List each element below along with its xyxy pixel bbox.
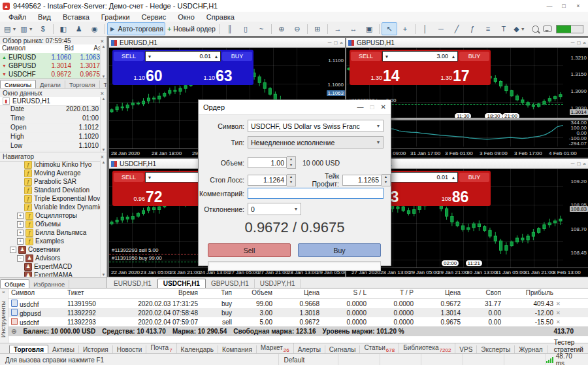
chart-window-titlebar[interactable]: GBPUSD,H1─□× bbox=[346, 38, 588, 48]
chart-tab[interactable]: USDJPY,H1 bbox=[255, 279, 301, 288]
close-icon[interactable]: × bbox=[101, 154, 104, 160]
vertical-line-button[interactable]: │ bbox=[417, 22, 433, 35]
sell-button[interactable]: SELL bbox=[114, 173, 144, 182]
dialog-maximize-button[interactable]: □ bbox=[370, 103, 374, 111]
expand-toggle-icon[interactable]: + bbox=[17, 238, 24, 245]
table-row[interactable]: usdchf113922932020.02.04 07:59:07sell5.0… bbox=[8, 317, 588, 326]
zoom-in-button[interactable]: ⊕ bbox=[274, 22, 289, 35]
chart-tab[interactable]: GBPUSD,H1 bbox=[206, 279, 255, 288]
chart-maximize-button[interactable]: □ bbox=[577, 161, 580, 167]
connection-status[interactable]: 48.70 ms bbox=[546, 353, 588, 365]
menu-item[interactable]: Графики bbox=[95, 13, 136, 21]
menu-item[interactable]: Вид bbox=[32, 13, 57, 21]
time-axis[interactable]: 27 Jan 202028 Jan 13:0029 Jan 05:0029 Ja… bbox=[346, 268, 588, 277]
navigator-item[interactable]: ƒIchimoku Kinko Hyo bbox=[0, 160, 100, 169]
expand-toggle-icon[interactable]: − bbox=[10, 247, 16, 253]
table-row[interactable]: usdchf113919502020.02.03 17:31:25buy99.0… bbox=[8, 299, 588, 308]
market-watch-row[interactable]: ▼USDCHF0.96720.9675 bbox=[0, 70, 106, 78]
buy-button[interactable]: BUY bbox=[459, 52, 489, 61]
price-scale[interactable]: 1.32101.31501.30901.30301.3014 bbox=[564, 48, 588, 118]
chart-maximize-button[interactable]: □ bbox=[577, 40, 580, 46]
chart-window-titlebar[interactable]: EURUSD,H1─□× bbox=[109, 38, 345, 48]
price-scale[interactable]: 109.20108.95108.70108.45108.83 bbox=[564, 169, 588, 268]
volume-input[interactable]: ▼3.00▲ bbox=[382, 51, 458, 61]
market-watch-row[interactable]: ▲EURUSD1.10601.1063 bbox=[0, 53, 106, 61]
expand-toggle-icon[interactable]: − bbox=[17, 255, 24, 262]
column-header[interactable]: Символ bbox=[8, 288, 65, 298]
market-watch-row[interactable]: ▼GBPUSD1.30141.3017 bbox=[0, 61, 106, 70]
history-center-button[interactable]: $ bbox=[35, 22, 51, 35]
deviation-select[interactable]: 0 ▼ bbox=[248, 203, 301, 215]
column-header[interactable]: Тип bbox=[201, 288, 235, 298]
navigator-item[interactable]: −♟Advisors bbox=[0, 254, 100, 262]
window-close-button[interactable]: × bbox=[571, 1, 585, 11]
autotrade-button[interactable]: ►Авто-торговля bbox=[107, 22, 165, 35]
order-dialog-titlebar[interactable]: Ордер — □ ✕ bbox=[199, 100, 391, 114]
search-icon[interactable] bbox=[532, 26, 539, 33]
navigator-item[interactable]: ƒStandard Deviation bbox=[0, 186, 100, 194]
navigator-tab[interactable]: Общие bbox=[0, 279, 29, 288]
navigator-item[interactable]: ♟ExpertMAMA bbox=[0, 271, 100, 277]
menu-item[interactable]: Сервис bbox=[136, 13, 172, 21]
candles-chart-type-button[interactable]: ▯ bbox=[238, 22, 253, 35]
menu-item[interactable]: Справка bbox=[201, 13, 240, 21]
table-row[interactable]: gbpusd113922922020.02.04 07:58:48buy3.00… bbox=[8, 308, 588, 317]
stop-loss-stepper[interactable]: ▲▼ bbox=[287, 174, 296, 186]
market-watch-scrollbar[interactable]: ▲▼ bbox=[100, 44, 106, 78]
navigator-item[interactable]: ƒTriple Exponential Movin bbox=[0, 194, 100, 203]
toolbox-tab[interactable]: Торговля bbox=[9, 345, 48, 354]
navigator-item[interactable]: −♟Советники bbox=[0, 245, 100, 254]
strategy-tester-tab[interactable]: Тестер стратегий bbox=[547, 338, 588, 354]
zoom-out-button[interactable]: ⊖ bbox=[289, 22, 305, 35]
navigator-item[interactable]: ƒParabolic SAR bbox=[0, 177, 100, 186]
symbol-select[interactable]: USDCHF, US Dollar vs Swiss Franc ▼ bbox=[248, 120, 384, 132]
buy-button[interactable]: BUY bbox=[222, 52, 252, 61]
toolbox-tab[interactable]: Почта7 bbox=[146, 343, 176, 354]
text-tool-button[interactable]: T bbox=[496, 22, 512, 35]
close-icon[interactable]: × bbox=[2, 289, 5, 295]
column-header[interactable]: S / L bbox=[322, 288, 369, 298]
dialog-close-button[interactable]: ✕ bbox=[381, 103, 386, 111]
chart-close-button[interactable]: × bbox=[583, 40, 586, 46]
dialog-minimize-button[interactable]: — bbox=[357, 103, 364, 111]
toolbox-tab[interactable]: Статьи678 bbox=[360, 343, 399, 354]
navigator-scrollbar[interactable]: ▲▼ bbox=[100, 160, 106, 277]
menu-item[interactable]: Файл bbox=[3, 13, 32, 21]
chevron-up-icon[interactable]: ▲ bbox=[449, 175, 457, 180]
column-header[interactable]: Цена bbox=[275, 288, 322, 298]
chart-minimize-button[interactable]: ─ bbox=[328, 40, 332, 46]
templates-button[interactable]: ▣ bbox=[361, 22, 377, 35]
column-header[interactable]: Символ bbox=[0, 44, 45, 53]
volume-input[interactable]: ▼0.01▲ bbox=[145, 51, 221, 61]
column-header[interactable]: Цена bbox=[416, 288, 463, 298]
window-maximize-button[interactable]: □ bbox=[557, 1, 571, 11]
comment-input[interactable] bbox=[248, 188, 384, 199]
navigator-toggle-button[interactable]: ♟ bbox=[71, 22, 87, 35]
chart-close-button[interactable]: × bbox=[583, 161, 586, 167]
navigator-item[interactable]: ƒMoving Average bbox=[0, 169, 100, 177]
shapes-button[interactable]: ◆▼ bbox=[512, 22, 527, 35]
navigator-item[interactable]: +ƒОбъемы bbox=[0, 220, 100, 228]
crosshair-button[interactable]: + bbox=[397, 22, 413, 35]
close-position-icon[interactable]: ✕ bbox=[556, 319, 563, 325]
status-profile[interactable]: Default bbox=[279, 354, 338, 365]
chevron-down-icon[interactable]: ▼ bbox=[146, 54, 154, 59]
navigator-item[interactable]: +ƒОсцилляторы bbox=[0, 211, 100, 220]
close-icon[interactable]: × bbox=[101, 90, 104, 97]
expand-toggle-icon[interactable]: + bbox=[17, 221, 24, 228]
sell-button[interactable]: SELL bbox=[114, 52, 144, 61]
channels-button[interactable]: ≡ bbox=[480, 22, 496, 35]
line-chart-type-button[interactable]: ~ bbox=[253, 22, 269, 35]
toolbox-tab[interactable]: Маркет26 bbox=[257, 343, 294, 354]
volume-input[interactable]: 1.00 bbox=[248, 157, 287, 168]
column-header[interactable]: Объем bbox=[235, 288, 275, 298]
navigator-tab[interactable]: Избранное bbox=[29, 280, 69, 288]
navigator-item[interactable]: +ƒБилла Вильямса bbox=[0, 228, 100, 237]
navigator-item[interactable]: ƒVariable Index Dynamic A bbox=[0, 203, 100, 211]
chevron-down-icon[interactable]: ▼ bbox=[383, 54, 391, 59]
window-minimize-button[interactable]: — bbox=[542, 1, 557, 11]
tile-windows-button[interactable]: ⊞ bbox=[310, 22, 325, 35]
indicator-scale[interactable]: 344.00100.000.00-100.00-294.07 bbox=[564, 120, 588, 147]
sell-button[interactable]: Sell bbox=[208, 243, 291, 257]
column-header[interactable]: Тикет bbox=[65, 288, 121, 298]
